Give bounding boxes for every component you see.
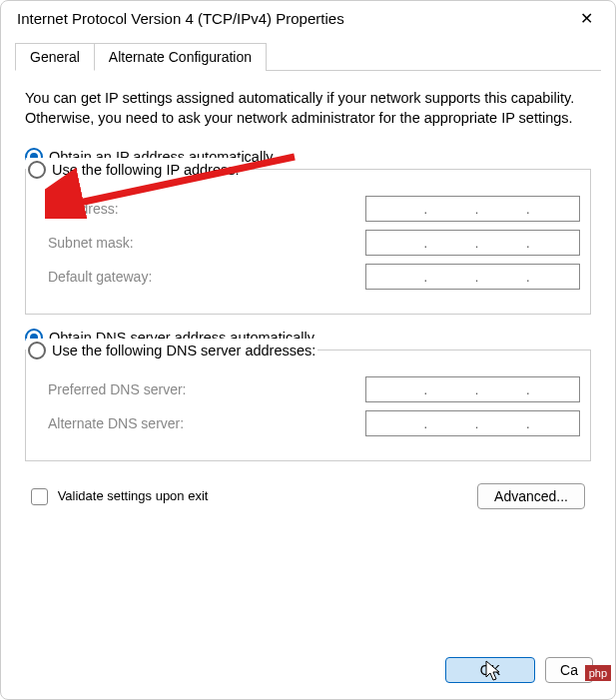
subnet-mask-label: Subnet mask: [48,235,134,251]
tab-general[interactable]: General [15,43,95,71]
validate-settings-row[interactable]: Validate settings upon exit [31,488,208,505]
radio-use-following-ip-label: Use the following IP address: [52,162,240,178]
subnet-mask-row: Subnet mask: . . . [36,230,580,256]
properties-dialog: Internet Protocol Version 4 (TCP/IPv4) P… [0,0,616,700]
default-gateway-row: Default gateway: . . . [36,264,580,290]
radio-use-following-dns-label: Use the following DNS server addresses: [52,343,315,358]
alternate-dns-input[interactable]: . . . [365,410,580,436]
cursor-pointer-icon [485,660,503,687]
description-text: You can get IP settings assigned automat… [25,89,591,128]
radio-use-following-ip-row[interactable]: Use the following IP address: [28,161,240,179]
titlebar: Internet Protocol Version 4 (TCP/IPv4) P… [1,1,615,36]
ip-address-input[interactable]: . . . [365,196,580,222]
subnet-mask-input[interactable]: . . . [365,230,580,256]
default-gateway-label: Default gateway: [48,269,152,285]
validate-settings-label: Validate settings upon exit [58,488,209,503]
preferred-dns-label: Preferred DNS server: [48,381,186,397]
close-icon[interactable]: ✕ [574,9,599,28]
tab-strip: General Alternate Configuration [15,42,601,71]
dns-group: Use the following DNS server addresses: … [25,350,591,461]
default-gateway-input[interactable]: . . . [365,264,580,290]
tab-content-general: You can get IP settings assigned automat… [1,71,615,519]
ip-address-row: IP address: . . . [36,196,580,222]
radio-use-following-ip[interactable] [28,161,46,179]
alternate-dns-row: Alternate DNS server: . . . [36,410,580,436]
window-title: Internet Protocol Version 4 (TCP/IPv4) P… [17,10,344,27]
ip-address-group: Use the following IP address: IP address… [25,169,591,315]
advanced-button[interactable]: Advanced... [477,483,585,509]
alternate-dns-label: Alternate DNS server: [48,415,184,431]
validate-settings-checkbox[interactable] [31,488,48,505]
tab-alternate-configuration[interactable]: Alternate Configuration [94,43,267,71]
preferred-dns-row: Preferred DNS server: . . . [36,376,580,402]
radio-use-following-dns[interactable] [28,342,46,359]
dialog-footer: OK Ca [445,657,593,683]
ip-address-label: IP address: [48,201,119,217]
preferred-dns-input[interactable]: . . . [365,376,580,402]
watermark: php [585,665,611,681]
bottom-row: Validate settings upon exit Advanced... [25,475,591,509]
radio-use-following-dns-row[interactable]: Use the following DNS server addresses: [28,342,315,359]
